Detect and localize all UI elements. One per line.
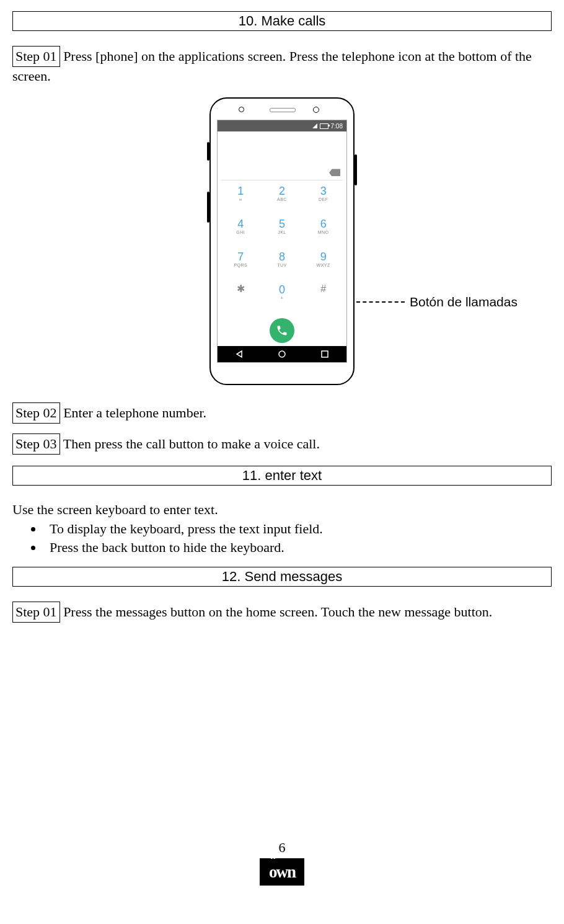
- nav-back-icon[interactable]: [235, 350, 244, 358]
- svg-point-0: [279, 351, 285, 357]
- list-item: Press the back button to hide the keyboa…: [43, 540, 552, 556]
- dialer-key-9[interactable]: 9WXYZ: [302, 250, 344, 283]
- step-text: Enter a telephone number.: [60, 405, 206, 420]
- enter-text-intro: Use the screen keyboard to enter text.: [12, 500, 552, 519]
- call-button-annotation: Botón de llamadas: [356, 295, 518, 309]
- page-footer: 6 own: [12, 840, 552, 886]
- section-header-enter-text: 11. enter text: [12, 466, 552, 486]
- android-nav-bar: [218, 346, 346, 362]
- dialer-input[interactable]: [218, 131, 346, 180]
- section-header-send-messages: 12. Send messages: [12, 567, 552, 587]
- step-text: Then press the call button to make a voi…: [60, 436, 320, 451]
- nav-home-icon[interactable]: [278, 350, 286, 358]
- phone-icon: [276, 324, 288, 337]
- backspace-icon[interactable]: [329, 169, 340, 176]
- step-01-make-calls: Step 01 Press [phone] on the application…: [12, 46, 552, 85]
- status-time: 7:08: [331, 123, 343, 130]
- dialer-key-3[interactable]: 3DEF: [302, 184, 344, 217]
- section-header-make-calls: 10. Make calls: [12, 11, 552, 31]
- battery-icon: [320, 123, 328, 129]
- signal-icon: [312, 123, 317, 130]
- own-logo: own: [260, 858, 304, 886]
- step-01-send-messages: Step 01 Press the messages button on the…: [12, 602, 552, 623]
- status-bar: 7:08: [218, 120, 346, 131]
- step-text: Press [phone] on the applications screen…: [12, 48, 532, 84]
- dialer-key-7[interactable]: 7PQRS: [220, 250, 262, 283]
- list-item: To display the keyboard, press the text …: [43, 521, 552, 537]
- dialer-key-4[interactable]: 4GHI: [220, 217, 262, 250]
- page-number: 6: [12, 840, 552, 856]
- dialer-key-0[interactable]: 0+: [262, 283, 303, 316]
- step-03-make-calls: Step 03 Then press the call button to ma…: [12, 433, 552, 455]
- svg-rect-1: [322, 351, 328, 357]
- dialer-key-#[interactable]: #: [302, 283, 344, 316]
- enter-text-bullets: To display the keyboard, press the text …: [43, 521, 552, 556]
- dialer-key-8[interactable]: 8TUV: [262, 250, 303, 283]
- annotation-label: Botón de llamadas: [410, 295, 518, 309]
- step-02-make-calls: Step 02 Enter a telephone number.: [12, 402, 552, 424]
- dialer-key-6[interactable]: 6MNO: [302, 217, 344, 250]
- phone-illustration: 7:08 1∞2ABC3DEF4GHI5JKL6MNO7PQRS8TUV9WXY…: [12, 97, 552, 385]
- step-label: Step 03: [12, 433, 60, 455]
- dialer-key-2[interactable]: 2ABC: [262, 184, 303, 217]
- dialer-key-1[interactable]: 1∞: [220, 184, 262, 217]
- call-button[interactable]: [270, 318, 294, 343]
- step-label: Step 02: [12, 402, 60, 424]
- step-label: Step 01: [12, 46, 60, 67]
- step-text: Press the messages button on the home sc…: [60, 604, 493, 620]
- dialer-key-5[interactable]: 5JKL: [262, 217, 303, 250]
- dialer-key-✱[interactable]: ✱: [220, 283, 262, 316]
- nav-recent-icon[interactable]: [320, 350, 329, 358]
- step-label: Step 01: [12, 602, 60, 623]
- dialer-keypad: 1∞2ABC3DEF4GHI5JKL6MNO7PQRS8TUV9WXYZ✱0+#: [218, 180, 346, 315]
